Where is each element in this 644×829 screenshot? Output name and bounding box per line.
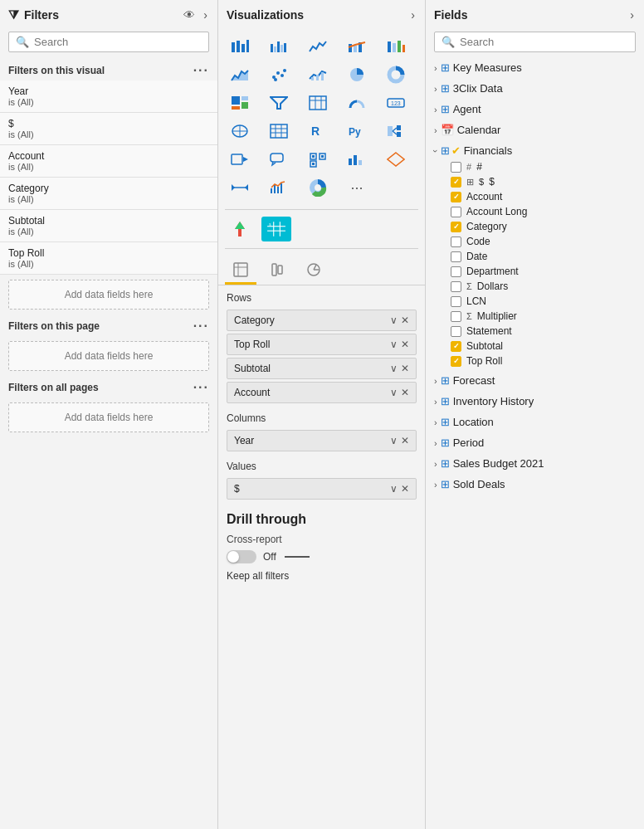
- remove-icon[interactable]: ✕: [401, 387, 409, 398]
- field-group-key-measures-header[interactable]: › ⊞ Key Measures: [426, 59, 644, 76]
- fields-search-input[interactable]: [460, 36, 628, 48]
- viz-speech-icon[interactable]: [264, 146, 294, 173]
- viz-bar-line-icon[interactable]: [342, 33, 372, 60]
- columns-year-pill[interactable]: Year ∨ ✕: [227, 430, 417, 451]
- viz-card-icon[interactable]: 123: [381, 90, 411, 116]
- field-group-sold-deals-header[interactable]: › ⊞ Sold Deals: [426, 475, 644, 493]
- field-group-sales-budget-header[interactable]: › ⊞ Sales Budget 2021: [426, 455, 644, 472]
- viz-stacked-bar-icon[interactable]: [225, 33, 255, 60]
- rows-account-pill[interactable]: Account ∨ ✕: [227, 382, 417, 403]
- filter-category[interactable]: Category is (All): [0, 178, 217, 210]
- viz-filter-icon[interactable]: [264, 90, 294, 116]
- viz-tab-analytics[interactable]: [298, 257, 329, 285]
- remove-icon[interactable]: ✕: [401, 363, 409, 374]
- filters-visual-menu[interactable]: ···: [193, 64, 209, 77]
- field-row-department[interactable]: Department: [442, 264, 644, 279]
- field-checkbox-code[interactable]: [451, 237, 461, 247]
- field-row-dollar[interactable]: ⊞ $ $: [442, 174, 644, 189]
- viz-decomp-icon[interactable]: [381, 118, 411, 144]
- viz-up-arrow-icon[interactable]: [225, 217, 255, 241]
- field-row-statement[interactable]: Statement: [442, 324, 644, 339]
- viz-table-icon[interactable]: [303, 90, 333, 116]
- filters-allpages-add-fields[interactable]: Add data fields here: [8, 402, 209, 432]
- filters-visual-add-fields[interactable]: Add data fields here: [8, 280, 209, 310]
- field-group-period-header[interactable]: › ⊞ Period: [426, 434, 644, 451]
- remove-icon[interactable]: ✕: [401, 315, 409, 326]
- field-checkbox-subtotal[interactable]: [451, 341, 461, 352]
- viz-line-bar-icon[interactable]: [303, 61, 333, 88]
- field-row-lcn[interactable]: LCN: [442, 294, 644, 309]
- field-group-forecast-header[interactable]: › ⊞ Forecast: [426, 372, 644, 389]
- viz-donut-icon[interactable]: [381, 61, 411, 88]
- filter-dollar[interactable]: $ is (All): [0, 113, 217, 145]
- viz-pie-2-icon[interactable]: [303, 174, 333, 201]
- viz-expand-button[interactable]: ›: [409, 7, 417, 23]
- viz-video-icon[interactable]: [225, 146, 255, 173]
- viz-more-icon[interactable]: ···: [342, 174, 372, 201]
- field-row-category[interactable]: Category: [442, 219, 644, 234]
- filter-year[interactable]: Year is (All): [0, 80, 217, 113]
- filters-allpages-menu[interactable]: ···: [193, 381, 209, 394]
- filters-eye-button[interactable]: 👁: [182, 7, 197, 23]
- viz-double-arrows-icon[interactable]: [225, 174, 255, 201]
- field-row-toproll[interactable]: Top Roll: [442, 354, 644, 368]
- rows-category-pill[interactable]: Category ∨ ✕: [227, 310, 417, 331]
- field-checkbox-multiplier[interactable]: [451, 311, 461, 322]
- field-group-agent-header[interactable]: › ⊞ Agent: [426, 100, 644, 118]
- field-group-calendar-header[interactable]: › 📅 Calendar: [426, 121, 644, 139]
- viz-table-selected-icon[interactable]: $: [261, 217, 291, 241]
- field-row-account[interactable]: Account: [442, 189, 644, 204]
- filters-page-menu[interactable]: ···: [193, 319, 209, 333]
- field-row-dollars[interactable]: Σ Dollars: [442, 279, 644, 294]
- viz-qr-icon[interactable]: [303, 146, 333, 173]
- viz-line-chart-icon[interactable]: [303, 33, 333, 60]
- viz-ribbon-icon[interactable]: [381, 33, 411, 60]
- rows-subtotal-pill[interactable]: Subtotal ∨ ✕: [227, 358, 417, 379]
- remove-icon[interactable]: ✕: [401, 435, 409, 446]
- field-checkbox-category[interactable]: [451, 222, 461, 232]
- viz-bar-sparkline-icon[interactable]: [264, 174, 294, 201]
- filter-toproll[interactable]: Top Roll is (All): [0, 242, 217, 275]
- viz-gauge-icon[interactable]: [342, 90, 372, 116]
- viz-tab-fields[interactable]: [225, 257, 256, 285]
- field-checkbox-account[interactable]: [451, 192, 461, 202]
- filters-page-add-fields[interactable]: Add data fields here: [8, 341, 209, 371]
- viz-r-icon[interactable]: R: [303, 118, 333, 144]
- field-row-account-long[interactable]: Account Long: [442, 204, 644, 219]
- field-checkbox-lcn[interactable]: [451, 296, 461, 307]
- field-checkbox-dollars[interactable]: [451, 281, 461, 292]
- viz-scatter-icon[interactable]: [264, 61, 294, 88]
- field-row-subtotal[interactable]: Subtotal: [442, 339, 644, 354]
- viz-area-chart-icon[interactable]: [225, 61, 255, 88]
- field-checkbox-date[interactable]: [451, 251, 461, 262]
- remove-icon[interactable]: ✕: [401, 483, 409, 495]
- filter-account[interactable]: Account is (All): [0, 145, 217, 178]
- field-group-inventory-header[interactable]: › ⊞ Inventory History: [426, 393, 644, 410]
- viz-treemap-icon[interactable]: [225, 90, 255, 116]
- cross-report-toggle[interactable]: [227, 550, 256, 563]
- viz-map-icon[interactable]: [225, 118, 255, 144]
- viz-bar-chart-2-icon[interactable]: [342, 146, 372, 173]
- viz-python-icon[interactable]: Py: [342, 118, 372, 144]
- field-checkbox-department[interactable]: [451, 266, 461, 277]
- values-dollar-pill[interactable]: $ ∨ ✕: [227, 478, 417, 500]
- field-row-hash[interactable]: # #: [442, 159, 644, 174]
- filter-subtotal[interactable]: Subtotal is (All): [0, 210, 217, 242]
- field-checkbox-toproll[interactable]: [451, 356, 461, 367]
- field-group-location-header[interactable]: › ⊞ Location: [426, 413, 644, 431]
- field-checkbox-account-long[interactable]: [451, 207, 461, 217]
- fields-expand-button[interactable]: ›: [628, 7, 636, 23]
- field-row-code[interactable]: Code: [442, 234, 644, 249]
- field-checkbox-dollar[interactable]: [451, 177, 461, 188]
- viz-clustered-bar-icon[interactable]: [264, 33, 294, 60]
- viz-tab-format[interactable]: [261, 257, 293, 285]
- field-row-date[interactable]: Date: [442, 249, 644, 264]
- field-checkbox-hash[interactable]: [451, 162, 461, 173]
- field-checkbox-statement[interactable]: [451, 326, 461, 337]
- viz-matrix-icon[interactable]: [264, 118, 294, 144]
- rows-toproll-pill[interactable]: Top Roll ∨ ✕: [227, 334, 417, 355]
- viz-diamond-icon[interactable]: [381, 146, 411, 173]
- field-row-multiplier[interactable]: Σ Multiplier: [442, 309, 644, 324]
- field-group-financials-header[interactable]: › ⊞ ✔ Financials: [426, 142, 644, 159]
- remove-icon[interactable]: ✕: [401, 339, 409, 350]
